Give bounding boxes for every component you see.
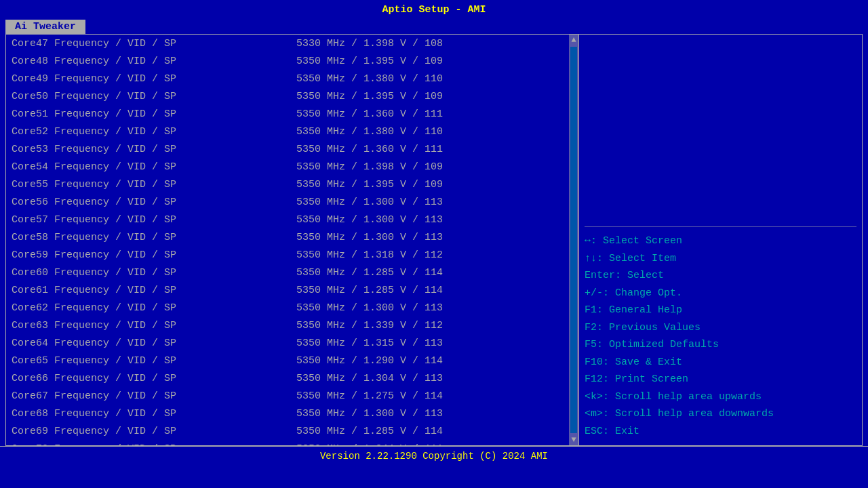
row-label: Core63 Frequency / VID / SP: [12, 320, 296, 331]
row-label: Core66 Frequency / VID / SP: [12, 373, 296, 384]
table-row[interactable]: Core61 Frequency / VID / SP5350 MHz / 1.…: [6, 281, 578, 299]
table-row[interactable]: Core47 Frequency / VID / SP5330 MHz / 1.…: [6, 35, 578, 52]
table-row[interactable]: Core60 Frequency / VID / SP5350 MHz / 1.…: [6, 264, 578, 281]
help-line: ↔: Select Screen: [585, 232, 856, 250]
table-row[interactable]: Core53 Frequency / VID / SP5350 MHz / 1.…: [6, 140, 578, 158]
row-label: Core53 Frequency / VID / SP: [12, 144, 296, 155]
row-value: 5350 MHz / 1.304 V / 113: [296, 373, 443, 384]
table-row[interactable]: Core54 Frequency / VID / SP5350 MHz / 1.…: [6, 158, 578, 176]
row-value: 5350 MHz / 1.315 V / 113: [296, 338, 443, 349]
row-value: 5350 MHz / 1.344 V / 111: [296, 443, 443, 446]
help-line: ↑↓: Select Item: [585, 250, 856, 268]
row-value: 5350 MHz / 1.300 V / 113: [296, 214, 443, 226]
row-value: 5350 MHz / 1.360 V / 111: [296, 108, 443, 120]
row-label: Core58 Frequency / VID / SP: [12, 232, 296, 243]
row-value: 5350 MHz / 1.285 V / 114: [296, 285, 443, 296]
scrollbar[interactable]: ▲ ▼: [569, 35, 578, 445]
row-value: 5350 MHz / 1.300 V / 113: [296, 197, 443, 208]
table-row[interactable]: Core50 Frequency / VID / SP5350 MHz / 1.…: [6, 87, 578, 105]
row-label: Core52 Frequency / VID / SP: [12, 126, 296, 138]
rows-container: Core47 Frequency / VID / SP5330 MHz / 1.…: [6, 35, 578, 445]
row-value: 5350 MHz / 1.339 V / 112: [296, 320, 443, 331]
row-label: Core48 Frequency / VID / SP: [12, 56, 296, 67]
row-label: Core47 Frequency / VID / SP: [12, 38, 296, 49]
row-label: Core57 Frequency / VID / SP: [12, 214, 296, 226]
scroll-down-arrow[interactable]: ▼: [571, 434, 576, 445]
row-label: Core56 Frequency / VID / SP: [12, 197, 296, 208]
row-label: Core65 Frequency / VID / SP: [12, 355, 296, 367]
help-line: F10: Save & Exit: [585, 354, 856, 371]
row-value: 5350 MHz / 1.380 V / 110: [296, 126, 443, 138]
tab-bar: Ai Tweaker: [0, 18, 868, 34]
row-value: 5350 MHz / 1.395 V / 109: [296, 56, 443, 67]
row-value: 5350 MHz / 1.318 V / 112: [296, 249, 443, 261]
row-label: Core62 Frequency / VID / SP: [12, 302, 296, 314]
row-label: Core70 Frequency / VID / SP: [12, 443, 296, 446]
table-row[interactable]: Core70 Frequency / VID / SP5350 MHz / 1.…: [6, 440, 578, 445]
help-line: F1: General Help: [585, 302, 856, 319]
row-value: 5350 MHz / 1.380 V / 110: [296, 73, 443, 85]
row-value: 5350 MHz / 1.285 V / 114: [296, 426, 443, 437]
help-line: <k>: Scroll help area upwards: [585, 388, 856, 406]
row-label: Core51 Frequency / VID / SP: [12, 108, 296, 120]
table-row[interactable]: Core65 Frequency / VID / SP5350 MHz / 1.…: [6, 352, 578, 369]
row-label: Core50 Frequency / VID / SP: [12, 91, 296, 102]
help-line: Enter: Select: [585, 267, 856, 285]
help-line: <m>: Scroll help area downwards: [585, 405, 856, 423]
row-label: Core68 Frequency / VID / SP: [12, 408, 296, 420]
help-line: F12: Print Screen: [585, 371, 856, 388]
row-value: 5350 MHz / 1.360 V / 111: [296, 144, 443, 155]
row-label: Core64 Frequency / VID / SP: [12, 338, 296, 349]
table-row[interactable]: Core55 Frequency / VID / SP5350 MHz / 1.…: [6, 176, 578, 193]
row-value: 5350 MHz / 1.395 V / 109: [296, 179, 443, 190]
main-content: Core47 Frequency / VID / SP5330 MHz / 1.…: [5, 34, 863, 446]
row-label: Core59 Frequency / VID / SP: [12, 249, 296, 261]
table-row[interactable]: Core58 Frequency / VID / SP5350 MHz / 1.…: [6, 228, 578, 246]
row-value: 5350 MHz / 1.290 V / 114: [296, 355, 443, 367]
table-row[interactable]: Core57 Frequency / VID / SP5350 MHz / 1.…: [6, 211, 578, 228]
row-label: Core61 Frequency / VID / SP: [12, 285, 296, 296]
row-label: Core67 Frequency / VID / SP: [12, 390, 296, 402]
row-value: 5350 MHz / 1.300 V / 113: [296, 302, 443, 314]
table-row[interactable]: Core52 Frequency / VID / SP5350 MHz / 1.…: [6, 123, 578, 140]
scroll-thumb[interactable]: [570, 47, 577, 433]
row-value: 5350 MHz / 1.300 V / 113: [296, 232, 443, 243]
help-bottom-area: ↔: Select Screen↑↓: Select ItemEnter: Se…: [585, 227, 856, 445]
table-row[interactable]: Core63 Frequency / VID / SP5350 MHz / 1.…: [6, 317, 578, 334]
table-row[interactable]: Core59 Frequency / VID / SP5350 MHz / 1.…: [6, 246, 578, 264]
table-row[interactable]: Core49 Frequency / VID / SP5350 MHz / 1.…: [6, 70, 578, 87]
help-line: +/-: Change Opt.: [585, 285, 856, 302]
table-row[interactable]: Core69 Frequency / VID / SP5350 MHz / 1.…: [6, 422, 578, 440]
row-label: Core54 Frequency / VID / SP: [12, 161, 296, 173]
help-line: F5: Optimized Defaults: [585, 336, 856, 354]
table-row[interactable]: Core62 Frequency / VID / SP5350 MHz / 1.…: [6, 299, 578, 317]
left-panel: Core47 Frequency / VID / SP5330 MHz / 1.…: [6, 35, 579, 445]
row-value: 5350 MHz / 1.285 V / 114: [296, 267, 443, 279]
row-label: Core55 Frequency / VID / SP: [12, 179, 296, 190]
scroll-up-arrow[interactable]: ▲: [571, 35, 576, 45]
table-row[interactable]: Core56 Frequency / VID / SP5350 MHz / 1.…: [6, 193, 578, 211]
row-value: 5330 MHz / 1.398 V / 108: [296, 38, 443, 49]
table-row[interactable]: Core66 Frequency / VID / SP5350 MHz / 1.…: [6, 369, 578, 387]
table-row[interactable]: Core64 Frequency / VID / SP5350 MHz / 1.…: [6, 334, 578, 352]
table-row[interactable]: Core67 Frequency / VID / SP5350 MHz / 1.…: [6, 387, 578, 405]
right-panel: ↔: Select Screen↑↓: Select ItemEnter: Se…: [579, 35, 862, 445]
title-bar: Aptio Setup - AMI: [0, 0, 868, 18]
table-row[interactable]: Core68 Frequency / VID / SP5350 MHz / 1.…: [6, 405, 578, 422]
table-row[interactable]: Core48 Frequency / VID / SP5350 MHz / 1.…: [6, 52, 578, 70]
row-value: 5350 MHz / 1.300 V / 113: [296, 408, 443, 420]
footer-text: Version 2.22.1290 Copyright (C) 2024 AMI: [320, 451, 548, 462]
row-label: Core60 Frequency / VID / SP: [12, 267, 296, 279]
help-lines-container: ↔: Select Screen↑↓: Select ItemEnter: Se…: [585, 232, 856, 440]
title-text: Aptio Setup - AMI: [382, 4, 486, 16]
row-value: 5350 MHz / 1.395 V / 109: [296, 91, 443, 102]
table-row[interactable]: Core51 Frequency / VID / SP5350 MHz / 1.…: [6, 105, 578, 123]
help-top-area: [585, 35, 856, 227]
row-value: 5350 MHz / 1.275 V / 114: [296, 390, 443, 402]
row-value: 5350 MHz / 1.398 V / 109: [296, 161, 443, 173]
help-line: ESC: Exit: [585, 423, 856, 441]
row-label: Core69 Frequency / VID / SP: [12, 426, 296, 437]
row-label: Core49 Frequency / VID / SP: [12, 73, 296, 85]
footer: Version 2.22.1290 Copyright (C) 2024 AMI: [0, 446, 868, 464]
ai-tweaker-tab[interactable]: Ai Tweaker: [5, 20, 85, 34]
